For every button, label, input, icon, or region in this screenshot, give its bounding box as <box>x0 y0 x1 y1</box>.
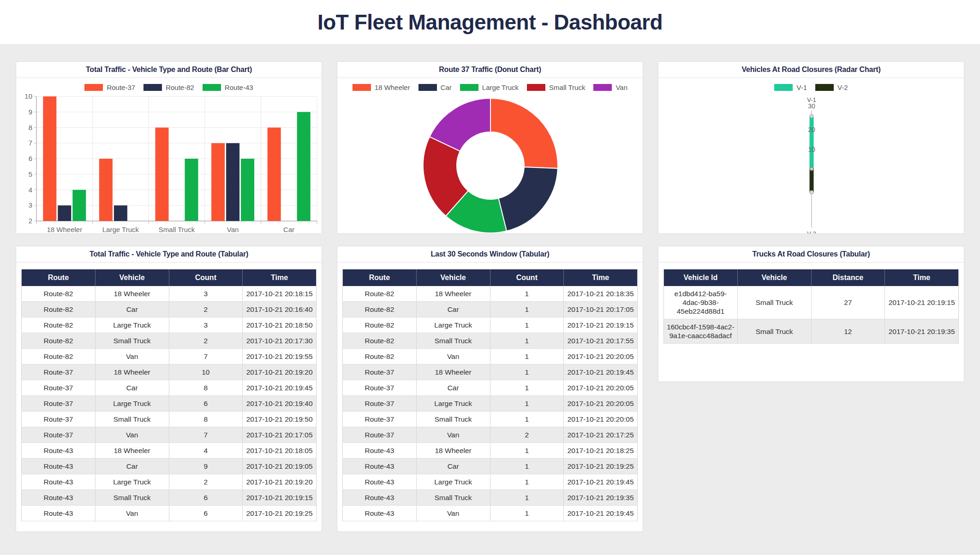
bar-route-82-van <box>226 143 239 221</box>
table-cell: Route-82 <box>343 317 417 333</box>
legend-swatch <box>527 84 545 91</box>
table-cell: 1 <box>490 474 564 490</box>
legend-item-van[interactable]: Van <box>593 84 627 91</box>
table-cell: Route-43 <box>22 443 96 459</box>
table-cell: 2017-10-21 20:19:45 <box>564 474 638 490</box>
table-row: Route-37Van22017-10-21 20:17:25 <box>343 427 638 443</box>
table-cell: 2017-10-21 20:19:45 <box>243 380 317 396</box>
svg-text:Van: Van <box>227 226 239 233</box>
radar-chart-body: V-1V-2 V-1301020V-2 <box>658 78 964 233</box>
table-row: Route-82Car12017-10-21 20:17:05 <box>343 302 638 317</box>
table-row: Route-4318 Wheeler42017-10-21 20:18:05 <box>22 443 317 459</box>
legend-item-small-truck[interactable]: Small Truck <box>527 84 585 91</box>
bar-route-43-18-wheeler <box>72 190 86 221</box>
bar-route-82-18-wheeler <box>58 205 71 221</box>
panel-title: Total Traffic - Vehicle Type and Route (… <box>86 66 252 74</box>
table-cell: Car <box>416 302 490 317</box>
table-cell: 2017-10-21 20:18:50 <box>243 317 317 333</box>
table-cell: Route-43 <box>343 490 417 506</box>
table-cell: Route-43 <box>22 459 96 474</box>
table-cell: Route-43 <box>22 474 96 490</box>
page-header: IoT Fleet Management - Dashboard <box>0 0 980 45</box>
bar-route-43-small-truck <box>185 159 198 221</box>
column-header-time: Time <box>564 269 638 286</box>
table-cell: 10 <box>169 364 243 380</box>
panel-title-bar: Trucks At Road Closures (Tabular) <box>658 246 964 263</box>
svg-text:Large Truck: Large Truck <box>102 226 139 233</box>
table-cell: Route-82 <box>343 333 417 349</box>
legend-item-v-1[interactable]: V-1 <box>774 84 807 91</box>
table-cell: 160cbc4f-1598-4ac2-9a1e-caacc48adacf <box>664 319 738 344</box>
table-cell: Car <box>95 459 169 474</box>
table-row: Route-37Small Truck82017-10-21 20:19:50 <box>22 412 317 427</box>
table-cell: 2017-10-21 20:19:35 <box>885 319 959 344</box>
panel-title: Last 30 Seconds Window (Tabular) <box>430 250 549 258</box>
panel-title-bar: Last 30 Seconds Window (Tabular) <box>337 246 643 263</box>
table-cell: Large Truck <box>416 396 490 412</box>
legend-item-large-truck[interactable]: Large Truck <box>460 84 519 91</box>
table-cell: 1 <box>490 364 564 380</box>
table-cell: Large Truck <box>95 474 169 490</box>
bar-route-37-car <box>268 128 281 221</box>
total-traffic-table-body: RouteVehicleCountTimeRoute-8218 Wheeler3… <box>16 263 322 535</box>
table-cell: 2 <box>490 427 564 443</box>
legend-swatch <box>143 84 162 91</box>
table-cell: 2017-10-21 20:17:55 <box>564 333 638 349</box>
donut-slice-car <box>498 167 557 231</box>
table-cell: 2017-10-21 20:20:05 <box>564 412 638 427</box>
table-header-row: RouteVehicleCountTime <box>22 269 317 286</box>
table-row: Route-82Small Truck22017-10-21 20:17:30 <box>22 333 317 349</box>
table-cell: 2017-10-21 20:16:40 <box>243 302 317 317</box>
total-traffic-table: RouteVehicleCountTimeRoute-8218 Wheeler3… <box>21 269 317 521</box>
table-cell: 1 <box>490 490 564 506</box>
legend-label: Route-82 <box>166 84 194 91</box>
legend-item-18-wheeler[interactable]: 18 Wheeler <box>353 84 410 91</box>
table-cell: 2017-10-21 20:19:20 <box>243 364 317 380</box>
svg-text:3: 3 <box>29 201 32 209</box>
legend-item-route-43[interactable]: Route-43 <box>203 84 253 91</box>
table-row: Route-37Large Truck62017-10-21 20:19:40 <box>22 396 317 412</box>
table-cell: 2017-10-21 20:19:15 <box>885 286 959 319</box>
table-cell: 2017-10-21 20:19:25 <box>243 506 317 521</box>
table-cell: 1 <box>490 459 564 474</box>
table-row: Route-43Large Truck12017-10-21 20:19:45 <box>343 474 638 490</box>
table-row: Route-37Large Truck12017-10-21 20:20:05 <box>343 396 638 412</box>
panel-title: Total Traffic - Vehicle Type and Route (… <box>90 250 248 258</box>
table-cell: Route-82 <box>343 349 417 364</box>
legend-item-v-2[interactable]: V-2 <box>815 84 848 91</box>
donut-chart-body: 18 WheelerCarLarge TruckSmall TruckVan <box>337 78 643 233</box>
legend-item-route-37[interactable]: Route-37 <box>84 84 135 91</box>
panel-title-bar: Vehicles At Road Closures (Radar Chart) <box>658 62 964 78</box>
table-cell: 7 <box>169 349 243 364</box>
legend-item-car[interactable]: Car <box>418 84 452 91</box>
table-cell: 2017-10-21 20:17:25 <box>564 427 638 443</box>
table-cell: Route-37 <box>22 412 96 427</box>
table-cell: 2017-10-21 20:18:15 <box>243 286 317 302</box>
donut-chart-svg <box>337 78 644 233</box>
table-cell: 18 Wheeler <box>416 364 490 380</box>
table-cell: 8 <box>169 412 243 427</box>
column-header-route: Route <box>22 269 96 286</box>
legend-swatch <box>815 84 834 91</box>
table-cell: Route-37 <box>343 396 417 412</box>
bar-chart-legend: Route-37Route-82Route-43 <box>16 84 322 91</box>
bar-route-37-18-wheeler <box>43 96 56 221</box>
svg-text:20: 20 <box>808 126 815 133</box>
table-row: Route-8218 Wheeler12017-10-21 20:18:35 <box>343 286 638 302</box>
last-30s-table: RouteVehicleCountTimeRoute-8218 Wheeler1… <box>342 269 638 521</box>
table-cell: 1 <box>490 286 564 302</box>
bar-route-82-large-truck <box>114 205 127 221</box>
table-cell: Route-82 <box>22 349 96 364</box>
legend-swatch <box>418 84 437 91</box>
donut-chart-legend: 18 WheelerCarLarge TruckSmall TruckVan <box>337 84 643 91</box>
bar-route-43-car <box>297 112 311 221</box>
legend-swatch <box>460 84 478 91</box>
table-cell: 2017-10-21 20:20:05 <box>564 396 638 412</box>
legend-item-route-82[interactable]: Route-82 <box>143 84 194 91</box>
table-cell: 18 Wheeler <box>416 443 490 459</box>
panel-title-bar: Route 37 Traffic (Donut Chart) <box>337 62 643 78</box>
table-row: Route-82Van72017-10-21 20:19:55 <box>22 349 317 364</box>
panel-title: Route 37 Traffic (Donut Chart) <box>439 66 541 74</box>
table-row: Route-4318 Wheeler12017-10-21 20:18:25 <box>343 443 638 459</box>
svg-text:18 Wheeler: 18 Wheeler <box>47 226 82 233</box>
